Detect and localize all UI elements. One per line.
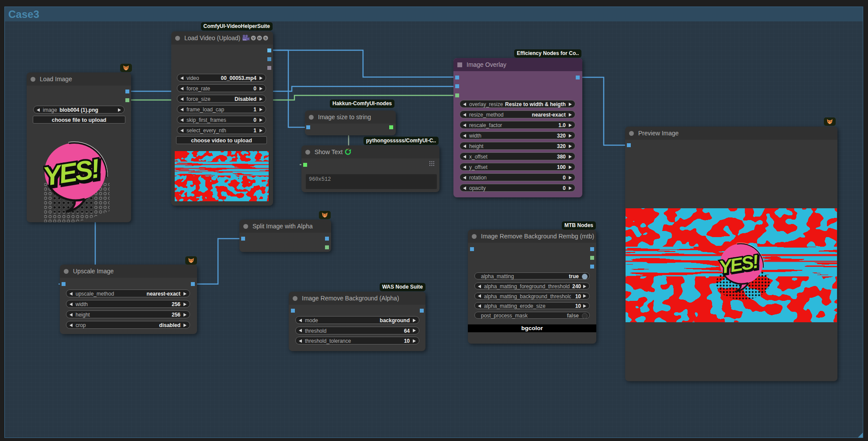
svg-text:H: H bbox=[258, 36, 261, 40]
svg-text:V: V bbox=[252, 36, 255, 40]
svg-text:S: S bbox=[264, 36, 267, 40]
